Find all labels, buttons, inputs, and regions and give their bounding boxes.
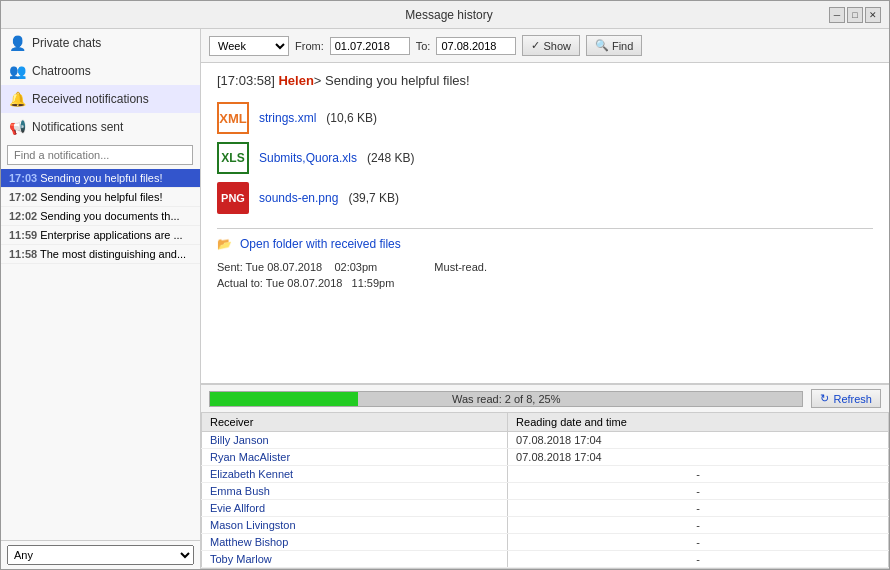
show-check-icon: ✓ [531, 39, 540, 52]
window-title: Message history [69, 8, 829, 22]
reading-date: - [508, 483, 889, 500]
filter-select[interactable]: Any [7, 545, 194, 565]
table-row: Emma Bush- [202, 483, 889, 500]
to-label: To: [416, 40, 431, 52]
open-folder-label: Open folder with received files [240, 237, 401, 251]
reading-date: - [508, 551, 889, 568]
reading-date: - [508, 466, 889, 483]
file-link-1[interactable]: Submits,Quora.xls [259, 151, 357, 165]
table-row: Ryan MacAlister07.08.2018 17:04 [202, 449, 889, 466]
table-row: Evie Allford- [202, 500, 889, 517]
meta-must-read: Must-read. [434, 261, 487, 289]
message-header: [17:03:58] Helen> Sending you helpful fi… [217, 73, 873, 88]
from-date-input[interactable] [330, 37, 410, 55]
file-list: XML strings.xml (10,6 KB) XLS Submits,Qu… [217, 102, 873, 214]
receiver-name: Evie Allford [202, 500, 508, 517]
message-time: [17:03:58] [217, 73, 278, 88]
notification-search-input[interactable] [7, 145, 193, 165]
sent-label-text: Sent: Tue 08.07.2018 02:03pm [217, 261, 377, 273]
progress-text: Was read: 2 of 8, 25% [210, 392, 802, 406]
open-folder-link[interactable]: 📂 Open folder with received files [217, 237, 873, 251]
find-search-icon: 🔍 [595, 39, 609, 52]
receiver-name: Toby Marlow [202, 551, 508, 568]
show-button[interactable]: ✓ Show [522, 35, 580, 56]
notif-item-2[interactable]: 12:02 Sending you documents th... [1, 207, 200, 226]
must-read-label: Must-read. [434, 261, 487, 273]
notif-sent-icon: 📢 [9, 119, 26, 135]
find-button[interactable]: 🔍 Find [586, 35, 642, 56]
sidebar-label-private-chats: Private chats [32, 36, 101, 50]
file-link-2[interactable]: sounds-en.png [259, 191, 338, 205]
maximize-button[interactable]: □ [847, 7, 863, 23]
toolbar: Week Day Month Year From: To: ✓ Show 🔍 F… [201, 29, 889, 63]
file-size-1: (248 KB) [367, 151, 414, 165]
table-row: Mason Livingston- [202, 517, 889, 534]
notif-item-0[interactable]: 17:03 Sending you helpful files! [1, 169, 200, 188]
folder-icon: 📂 [217, 237, 232, 251]
message-sender: Helen [278, 73, 313, 88]
received-notif-icon: 🔔 [9, 91, 26, 107]
sidebar-item-received-notifications[interactable]: 🔔 Received notifications [1, 85, 200, 113]
file-item-2: PNG sounds-en.png (39,7 KB) [217, 182, 873, 214]
chatrooms-icon: 👥 [9, 63, 26, 79]
notification-list: 17:03 Sending you helpful files! 17:02 S… [1, 169, 200, 540]
sent-label: Sent: Tue 08.07.2018 02:03pm [217, 261, 394, 273]
sidebar-item-notifications-sent[interactable]: 📢 Notifications sent [1, 113, 200, 141]
reading-date: - [508, 517, 889, 534]
main-window: Message history ─ □ ✕ 👤 Private chats 👥 … [0, 0, 890, 570]
divider-1 [217, 228, 873, 229]
col-header-date: Reading date and time [508, 413, 889, 432]
table-row: Toby Marlow- [202, 551, 889, 568]
meta-section: Sent: Tue 08.07.2018 02:03pm Actual to: … [217, 261, 873, 289]
minimize-button[interactable]: ─ [829, 7, 845, 23]
main-content: 👤 Private chats 👥 Chatrooms 🔔 Received n… [1, 29, 889, 569]
reading-date: 07.08.2018 17:04 [508, 432, 889, 449]
refresh-button[interactable]: ↻ Refresh [811, 389, 881, 408]
receivers-table-wrapper: Receiver Reading date and time Billy Jan… [201, 412, 889, 569]
close-button[interactable]: ✕ [865, 7, 881, 23]
content-area: Week Day Month Year From: To: ✓ Show 🔍 F… [201, 29, 889, 569]
sidebar-label-chatrooms: Chatrooms [32, 64, 91, 78]
meta-sent: Sent: Tue 08.07.2018 02:03pm Actual to: … [217, 261, 394, 289]
sidebar-label-received-notifications: Received notifications [32, 92, 149, 106]
sidebar-item-private-chats[interactable]: 👤 Private chats [1, 29, 200, 57]
find-label: Find [612, 40, 633, 52]
message-body: [17:03:58] Helen> Sending you helpful fi… [201, 63, 889, 384]
receiver-name: Matthew Bishop [202, 534, 508, 551]
receiver-name: Emma Bush [202, 483, 508, 500]
file-size-2: (39,7 KB) [348, 191, 399, 205]
receiver-name: Mason Livingston [202, 517, 508, 534]
receivers-table: Receiver Reading date and time Billy Jan… [201, 412, 889, 568]
refresh-label: Refresh [833, 393, 872, 405]
refresh-icon: ↻ [820, 392, 829, 405]
table-row: Billy Janson07.08.2018 17:04 [202, 432, 889, 449]
sidebar-bottom: Any [1, 540, 200, 569]
sidebar-item-chatrooms[interactable]: 👥 Chatrooms [1, 57, 200, 85]
message-text: > Sending you helpful files! [314, 73, 470, 88]
xml-file-icon: XML [217, 102, 249, 134]
reading-date: 07.08.2018 17:04 [508, 449, 889, 466]
table-row: Matthew Bishop- [202, 534, 889, 551]
receiver-name: Elizabeth Kennet [202, 466, 508, 483]
notif-item-1[interactable]: 17:02 Sending you helpful files! [1, 188, 200, 207]
sidebar-label-notifications-sent: Notifications sent [32, 120, 123, 134]
show-label: Show [543, 40, 571, 52]
xls-file-icon: XLS [217, 142, 249, 174]
private-chats-icon: 👤 [9, 35, 26, 51]
window-controls: ─ □ ✕ [829, 7, 881, 23]
actual-label: Actual to: Tue 08.07.2018 11:59pm [217, 277, 394, 289]
file-link-0[interactable]: strings.xml [259, 111, 316, 125]
table-row: Elizabeth Kennet- [202, 466, 889, 483]
read-status-bar: Was read: 2 of 8, 25% ↻ Refresh [201, 384, 889, 412]
receiver-name: Ryan MacAlister [202, 449, 508, 466]
file-item-1: XLS Submits,Quora.xls (248 KB) [217, 142, 873, 174]
progress-bar: Was read: 2 of 8, 25% [209, 391, 803, 407]
notif-item-3[interactable]: 11:59 Enterprise applications are ... [1, 226, 200, 245]
reading-date: - [508, 534, 889, 551]
png-file-icon: PNG [217, 182, 249, 214]
notif-item-4[interactable]: 11:58 The most distinguishing and... [1, 245, 200, 264]
title-bar: Message history ─ □ ✕ [1, 1, 889, 29]
period-select[interactable]: Week Day Month Year [209, 36, 289, 56]
to-date-input[interactable] [436, 37, 516, 55]
file-item-0: XML strings.xml (10,6 KB) [217, 102, 873, 134]
